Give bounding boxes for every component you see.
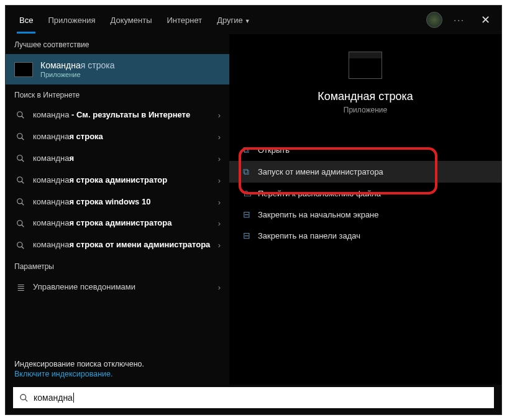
svg-point-8 [17,199,22,204]
indexing-notice: Индексирование поиска отключено. Включит… [6,355,229,385]
cmd-icon [349,52,382,79]
search-icon [14,111,27,119]
svg-line-15 [25,399,27,401]
filter-tabs: Все Приложения Документы Интернет Другие… [12,7,258,34]
search-icon [19,393,29,403]
web-result[interactable]: командная строка windows 10 › [6,191,229,213]
svg-point-6 [17,177,22,182]
svg-point-4 [17,155,22,160]
web-result[interactable]: командная › [6,148,229,170]
chevron-right-icon: › [218,111,221,120]
svg-point-2 [17,134,22,139]
search-input[interactable]: командна [13,387,494,408]
more-button[interactable]: ··· [454,15,465,25]
avatar[interactable] [426,12,442,28]
preview-subtitle: Приложение [344,106,387,114]
chevron-right-icon: › [218,132,221,142]
search-icon [14,154,27,163]
open-icon: ⧉ [243,145,258,155]
list-icon: ≣ [14,281,27,293]
preview-title: Командная строка [317,90,413,103]
enable-indexing-link[interactable]: Включите индексирование. [14,370,221,378]
preview-pane: Командная строка Приложение ⧉Открыть ⧉За… [229,34,501,385]
svg-point-10 [17,221,22,226]
chevron-right-icon: › [218,219,221,228]
web-result[interactable]: командна - См. результаты в Интернете › [6,104,229,126]
chevron-down-icon: ▼ [245,18,250,24]
chevron-right-icon: › [218,283,221,292]
search-icon [14,241,27,250]
web-result[interactable]: командная строка от имени администратора… [6,234,229,256]
close-button[interactable]: ✕ [476,11,495,29]
action-run-as-admin[interactable]: ⧉Запуск от имени администратора [229,161,501,183]
action-open-location[interactable]: 🗀Перейти к расположению файла [229,183,501,204]
results-column: Лучшее соответствие Командная строка При… [6,34,229,385]
web-result[interactable]: командная строка администратора › [6,212,229,234]
tab-all[interactable]: Все [12,7,40,34]
admin-icon: ⧉ [243,167,258,177]
tab-other[interactable]: Другие▼ [209,7,258,34]
svg-point-14 [21,394,26,399]
action-pin-taskbar[interactable]: ⊟Закрепить на панели задач [229,225,501,246]
svg-line-3 [22,138,24,140]
search-icon [14,132,27,141]
header: Все Приложения Документы Интернет Другие… [6,6,501,34]
action-pin-start[interactable]: ⊟Закрепить на начальном экране [229,204,501,225]
web-result[interactable]: командная строка администратор › [6,170,229,191]
svg-line-11 [22,225,24,227]
settings-result[interactable]: ≣ Управление псевдонимами › [6,276,229,299]
best-match-item[interactable]: Командная строка Приложение [6,54,229,84]
section-web: Поиск в Интернете [6,84,229,104]
search-panel: Все Приложения Документы Интернет Другие… [5,5,502,415]
svg-point-0 [17,112,22,117]
action-open[interactable]: ⧉Открыть [229,139,501,161]
search-icon [14,198,27,206]
search-icon [14,219,27,228]
svg-line-5 [22,160,24,162]
chevron-right-icon: › [218,198,221,207]
chevron-right-icon: › [218,176,221,185]
pin-icon: ⊟ [243,209,258,219]
pin-icon: ⊟ [243,231,258,240]
folder-icon: 🗀 [243,188,258,198]
section-best-match: Лучшее соответствие [6,34,229,54]
tab-apps[interactable]: Приложения [40,7,103,34]
text-cursor [73,393,74,403]
search-icon [14,176,27,185]
tab-internet[interactable]: Интернет [159,7,209,34]
svg-line-7 [22,181,24,184]
chevron-right-icon: › [218,240,221,250]
notice-text: Индексирование поиска отключено. [14,360,221,368]
svg-line-1 [22,116,24,119]
search-value: командна [34,393,73,403]
svg-line-13 [22,247,24,249]
svg-line-9 [22,203,24,206]
svg-point-12 [17,242,22,247]
chevron-right-icon: › [218,154,221,163]
tab-documents[interactable]: Документы [103,7,159,34]
cmd-icon [14,62,33,77]
section-settings: Параметры [6,256,229,276]
web-result[interactable]: командная строка › [6,126,229,148]
